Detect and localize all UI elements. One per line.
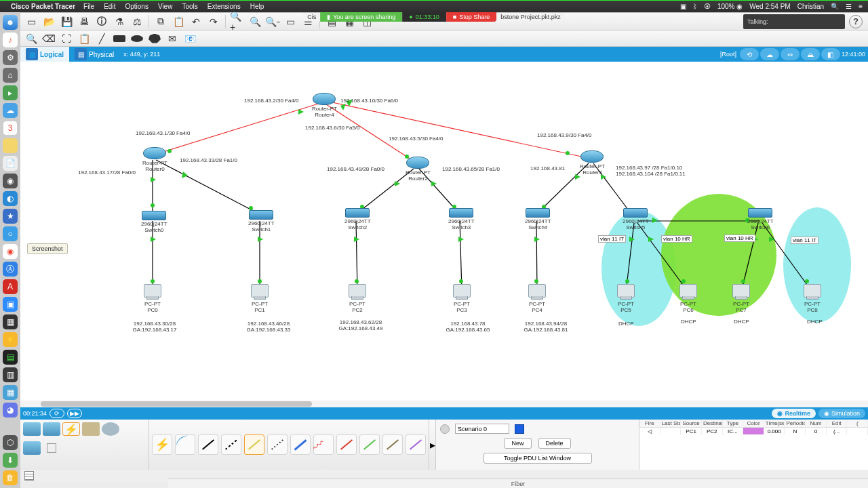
menu-help[interactable]: Help: [250, 3, 264, 10]
pc6[interactable]: PC-PTPC6: [679, 284, 697, 314]
downloads-icon[interactable]: ⬇: [3, 453, 18, 468]
menu-options[interactable]: Options: [125, 3, 148, 10]
app-name[interactable]: Cisco Packet Tracer: [11, 3, 75, 10]
app-icon-8[interactable]: ▥: [3, 367, 18, 382]
itunes-icon[interactable]: ♪: [3, 33, 18, 47]
bluetooth-icon[interactable]: ᛒ: [693, 3, 697, 10]
scenario-dropdown[interactable]: [515, 424, 524, 434]
user-name[interactable]: Christian: [797, 3, 824, 10]
finder-icon[interactable]: ☻: [3, 15, 18, 30]
zoom-reset-icon[interactable]: 🔍: [247, 14, 263, 29]
conn-serial-dte[interactable]: [336, 434, 357, 455]
devcat-components[interactable]: [82, 422, 100, 436]
pc4[interactable]: PC-PTPC4: [528, 284, 546, 314]
menu-tools[interactable]: Tools: [182, 3, 197, 10]
nav-move-icon[interactable]: ⇔: [781, 48, 800, 60]
stop-share-button[interactable]: ■ Stop Share: [446, 12, 496, 22]
conn-iot[interactable]: [382, 434, 403, 455]
devcat-network[interactable]: [23, 422, 41, 436]
pdu-row[interactable]: ◁PC1PC2IC...0.000N0(...: [639, 428, 868, 435]
switch3[interactable]: 2960|24TTSwitch3: [448, 208, 475, 231]
pc7[interactable]: PC-PTPC7: [732, 284, 750, 314]
nav-cluster-icon[interactable]: ☁: [760, 48, 779, 60]
rectangle-tool-icon[interactable]: [111, 31, 127, 46]
switch0[interactable]: 2960|24TTSwitch0: [141, 211, 167, 234]
toggle-pdu-list-button[interactable]: Toggle PDU List Window: [484, 453, 592, 464]
realtime-toggle[interactable]: ◉ Realtime: [772, 409, 816, 418]
nav-back-icon[interactable]: ⟲: [740, 48, 759, 60]
pc3[interactable]: PC-PTPC3: [453, 284, 471, 314]
router0[interactable]: Router-PTRouter0: [142, 147, 167, 173]
clock[interactable]: Wed 2:54 PM: [749, 3, 790, 10]
activity-icon[interactable]: ⚖: [129, 14, 145, 29]
conn-auto[interactable]: ⚡: [152, 434, 172, 455]
root-label[interactable]: [Root]: [720, 51, 736, 58]
delete-tool-icon[interactable]: ⌫: [41, 31, 57, 46]
trash-icon[interactable]: 🗑: [3, 470, 18, 485]
complex-pdu-icon[interactable]: 📧: [182, 31, 198, 46]
pc5[interactable]: PC-PTPC5: [617, 284, 635, 314]
menu-edit[interactable]: Edit: [104, 3, 115, 10]
undo-icon[interactable]: ↶: [188, 14, 204, 29]
switch4[interactable]: 2960|24TTSwitch4: [525, 208, 551, 231]
router4[interactable]: Router-PTRouter4: [312, 93, 337, 119]
wifi-icon[interactable]: ⦿: [704, 3, 711, 10]
zoom-icon[interactable]: ▣: [3, 297, 18, 312]
acrobat-icon[interactable]: A: [3, 279, 18, 294]
line-tool-icon[interactable]: ╱: [94, 31, 110, 46]
app-icon-1[interactable]: ⌂: [3, 68, 18, 83]
conn-crossover[interactable]: [221, 434, 241, 455]
switch5[interactable]: 2960|24TTSwitch5: [623, 208, 649, 231]
notification-icon[interactable]: ≡: [859, 3, 863, 10]
resize-icon[interactable]: ⛶: [58, 31, 75, 46]
paste-icon[interactable]: 📋: [170, 14, 186, 29]
conn-fiber[interactable]: [244, 434, 264, 455]
conn-usb[interactable]: [406, 434, 426, 455]
grid-toggle-icon[interactable]: [24, 471, 34, 481]
switch6[interactable]: 2960|24TTSwitch6: [747, 208, 774, 231]
help-icon[interactable]: ?: [849, 15, 863, 28]
activity-wizard-icon[interactable]: ⚗: [111, 14, 127, 29]
app-icon-3[interactable]: 📄: [3, 156, 18, 171]
app-icon-6[interactable]: ○: [3, 226, 18, 241]
physical-tab[interactable]: ▤Physical: [69, 47, 119, 62]
info-icon[interactable]: ⓘ: [94, 14, 110, 29]
devcat-sub1[interactable]: [23, 441, 41, 455]
note-icon[interactable]: 📋: [76, 31, 92, 46]
terminal-icon[interactable]: ▤: [3, 350, 18, 365]
fast-forward-button[interactable]: ▶▶: [67, 409, 82, 418]
save-file-icon[interactable]: 💾: [58, 14, 75, 29]
menu-extensions[interactable]: Extensions: [208, 3, 241, 10]
logical-tab[interactable]: ▦Logical: [20, 47, 69, 62]
switch1[interactable]: 2960|24TTSwitch1: [248, 210, 275, 233]
packet-tracer-icon[interactable]: ⚡: [3, 332, 18, 347]
copy-icon[interactable]: ⧉: [153, 14, 169, 29]
nav-bg-icon[interactable]: ⛰: [801, 48, 820, 60]
conn-straight[interactable]: [198, 434, 218, 455]
sharing-indicator[interactable]: ▮ You are screen sharing: [320, 12, 402, 22]
conn-phone[interactable]: [267, 434, 288, 455]
facetime-icon[interactable]: ▸: [3, 85, 18, 100]
camera-icon[interactable]: ▣: [680, 3, 686, 10]
router3[interactable]: Router-PTRouter3: [580, 150, 605, 176]
freeform-tool-icon[interactable]: [146, 31, 163, 46]
devcat-end[interactable]: [43, 422, 60, 436]
app-icon-2[interactable]: ☁: [3, 103, 18, 118]
battery-status[interactable]: 100% ◉: [717, 3, 743, 10]
pc2[interactable]: PC-PTPC2: [349, 284, 366, 314]
simple-pdu-icon[interactable]: ✉: [164, 31, 180, 46]
zoom-in-icon[interactable]: 🔍+: [229, 14, 245, 29]
view-1-icon[interactable]: ▭: [282, 14, 298, 29]
workspace-canvas[interactable]: 192.168.43.2/30 Fa4/0 192.168.43.10/30 F…: [20, 62, 868, 407]
chrome-icon[interactable]: ◉: [3, 244, 18, 259]
panel-collapse-button[interactable]: ▸: [429, 420, 436, 470]
discord-icon[interactable]: ◕: [3, 403, 18, 418]
settings-icon[interactable]: ⚙: [3, 50, 18, 65]
pc1[interactable]: PC-PTPC1: [251, 284, 269, 314]
scenario-name-input[interactable]: [455, 424, 509, 434]
menu-view[interactable]: View: [158, 3, 173, 10]
simulation-toggle[interactable]: ◉ Simulation: [818, 409, 865, 418]
app-icon-9[interactable]: ▦: [3, 385, 18, 400]
camera-app-icon[interactable]: ◉: [3, 174, 18, 188]
conn-coax[interactable]: [290, 434, 311, 455]
